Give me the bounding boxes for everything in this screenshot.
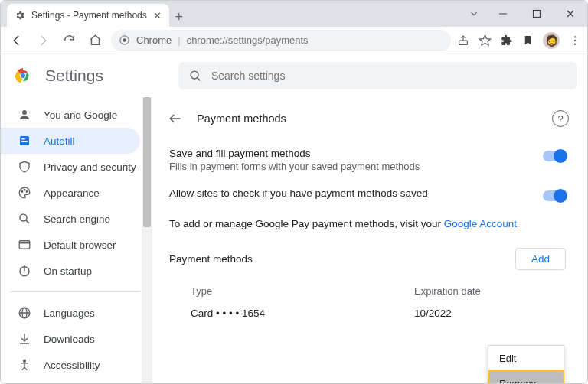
add-button[interactable]: Add bbox=[515, 248, 566, 270]
toggle-save-fill[interactable] bbox=[543, 151, 566, 161]
payment-methods-table: Type Expiration date Card • • • • 1654 1… bbox=[166, 281, 569, 319]
svg-line-15 bbox=[198, 77, 201, 80]
scrollbar-thumb[interactable] bbox=[143, 97, 151, 227]
browser-icon bbox=[18, 238, 31, 252]
payment-methods-heading: Payment methods bbox=[169, 253, 515, 265]
search-icon bbox=[18, 212, 31, 226]
settings-header: Settings bbox=[1, 54, 587, 97]
new-tab-button[interactable]: + bbox=[169, 7, 189, 27]
window-titlebar: Settings - Payment methods ✕ + bbox=[1, 1, 587, 27]
sidebar-item-appearance[interactable]: Appearance bbox=[1, 180, 140, 206]
payment-method-row[interactable]: Card • • • • 1654 10/2022 bbox=[169, 308, 566, 319]
sidebar-item-system[interactable]: System bbox=[1, 378, 140, 384]
svg-point-21 bbox=[24, 190, 25, 191]
autofill-icon bbox=[18, 134, 31, 148]
search-icon bbox=[189, 70, 202, 83]
page-back-button[interactable] bbox=[166, 109, 185, 128]
tab-title: Settings - Payment methods bbox=[31, 10, 147, 21]
sidebar-label: Default browser bbox=[44, 239, 116, 251]
context-menu: Edit Remove bbox=[488, 345, 564, 384]
sidebar-item-accessibility[interactable]: Accessibility bbox=[1, 352, 140, 378]
search-settings[interactable] bbox=[178, 62, 577, 89]
close-window-button[interactable] bbox=[554, 1, 587, 27]
google-account-link[interactable]: Google Account bbox=[444, 218, 517, 229]
svg-rect-1 bbox=[534, 11, 541, 18]
page-title: Payment methods bbox=[197, 112, 540, 125]
manage-text: To add or manage Google Pay payment meth… bbox=[169, 218, 444, 229]
shield-icon bbox=[18, 160, 31, 174]
power-icon bbox=[18, 264, 31, 278]
palette-icon bbox=[18, 186, 31, 200]
menu-dots-icon[interactable] bbox=[569, 34, 581, 47]
sidebar-label: Downloads bbox=[44, 334, 95, 345]
sidebar-item-search-engine[interactable]: Search engine bbox=[1, 206, 140, 232]
context-menu-edit[interactable]: Edit bbox=[488, 346, 564, 371]
bookmark-star-icon[interactable] bbox=[479, 34, 492, 47]
cell-type: Card • • • • 1654 bbox=[169, 308, 414, 319]
sidebar-scrollbar[interactable] bbox=[142, 97, 152, 384]
svg-point-23 bbox=[20, 214, 27, 221]
forward-button[interactable] bbox=[33, 31, 53, 50]
chevron-down-icon[interactable] bbox=[462, 1, 486, 27]
setting-title: Save and fill payment methods bbox=[169, 148, 543, 159]
svg-rect-19 bbox=[21, 141, 28, 142]
person-icon bbox=[18, 108, 31, 122]
sidebar-separator bbox=[10, 291, 140, 292]
svg-marker-7 bbox=[479, 35, 490, 45]
setting-allow-check: Allow sites to check if you have payment… bbox=[166, 180, 569, 209]
help-icon[interactable]: ? bbox=[552, 110, 569, 127]
sidebar-item-you-and-google[interactable]: You and Google bbox=[1, 102, 140, 128]
sidebar-label: Languages bbox=[44, 308, 95, 319]
sidebar-label: On startup bbox=[44, 265, 92, 277]
bookmark-flag-icon[interactable] bbox=[522, 34, 534, 46]
sidebar-label: You and Google bbox=[44, 109, 117, 121]
profile-avatar[interactable]: 🧔 bbox=[543, 32, 560, 49]
sidebar-label: Privacy and security bbox=[44, 161, 136, 173]
svg-point-22 bbox=[26, 191, 28, 193]
extensions-icon[interactable] bbox=[501, 34, 513, 47]
home-button[interactable] bbox=[85, 31, 105, 50]
sidebar-item-default-browser[interactable]: Default browser bbox=[1, 232, 140, 258]
settings-sidebar: You and Google Autofill Privacy and secu… bbox=[1, 97, 152, 384]
svg-point-16 bbox=[22, 110, 27, 115]
sidebar-item-on-startup[interactable]: On startup bbox=[1, 258, 140, 284]
sidebar-item-downloads[interactable]: Downloads bbox=[1, 326, 140, 352]
svg-point-8 bbox=[574, 36, 576, 37]
svg-point-33 bbox=[24, 360, 26, 362]
search-input[interactable] bbox=[211, 70, 566, 82]
maximize-button[interactable] bbox=[520, 1, 554, 27]
share-icon[interactable] bbox=[457, 34, 469, 47]
setting-title: Allow sites to check if you have payment… bbox=[169, 187, 543, 199]
close-icon[interactable]: ✕ bbox=[153, 10, 162, 21]
svg-rect-6 bbox=[459, 41, 468, 44]
cell-expiration: 10/2022 bbox=[414, 308, 566, 319]
main-content: Payment methods ? Save and fill payment … bbox=[152, 97, 587, 384]
address-bar[interactable]: Chrome | chrome://settings/payments bbox=[111, 30, 451, 51]
browser-toolbar: Chrome | chrome://settings/payments 🧔 bbox=[1, 27, 587, 54]
svg-point-20 bbox=[21, 191, 23, 193]
accessibility-icon bbox=[18, 358, 31, 372]
chrome-logo-icon bbox=[15, 67, 31, 84]
manage-gpay-row: To add or manage Google Pay payment meth… bbox=[166, 209, 569, 243]
svg-point-5 bbox=[122, 38, 126, 41]
toggle-allow-check[interactable] bbox=[543, 190, 566, 201]
context-menu-remove[interactable]: Remove bbox=[488, 371, 564, 384]
reload-button[interactable] bbox=[59, 31, 79, 50]
setting-subtitle: Fills in payment forms with your saved p… bbox=[169, 161, 543, 172]
svg-line-24 bbox=[26, 220, 29, 223]
download-icon bbox=[18, 332, 31, 346]
sidebar-item-languages[interactable]: Languages bbox=[1, 300, 140, 326]
sidebar-label: Autofill bbox=[44, 135, 75, 147]
globe-icon bbox=[18, 306, 31, 320]
sidebar-item-autofill[interactable]: Autofill bbox=[1, 128, 140, 154]
sidebar-label: Accessibility bbox=[44, 360, 100, 371]
svg-point-12 bbox=[21, 73, 25, 78]
sidebar-item-privacy[interactable]: Privacy and security bbox=[1, 154, 140, 180]
col-expiration: Expiration date bbox=[414, 285, 566, 297]
svg-rect-25 bbox=[19, 241, 30, 249]
setting-save-fill: Save and fill payment methods Fills in p… bbox=[166, 140, 569, 180]
minimize-button[interactable] bbox=[486, 1, 520, 27]
browser-tab[interactable]: Settings - Payment methods ✕ bbox=[7, 4, 169, 27]
back-button[interactable] bbox=[7, 31, 27, 50]
sidebar-label: Search engine bbox=[44, 213, 110, 225]
